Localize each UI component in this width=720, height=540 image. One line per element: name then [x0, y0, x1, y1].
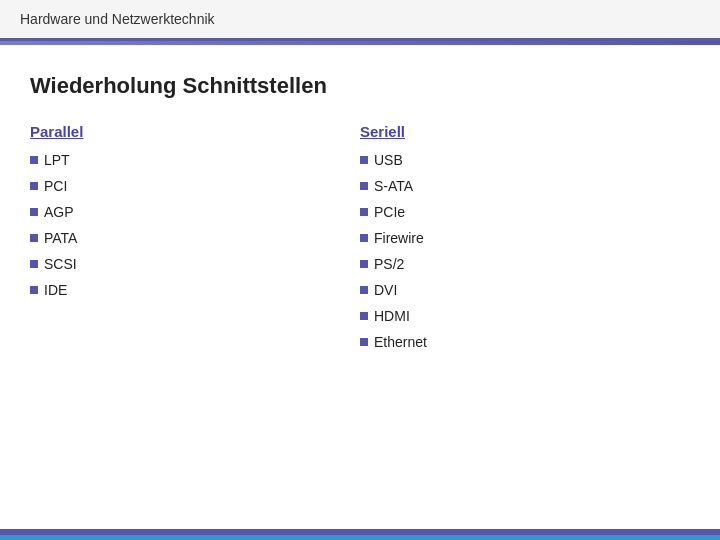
- bullet-icon: [360, 338, 368, 346]
- parallel-item-ide: IDE: [44, 282, 67, 298]
- header-title: Hardware und Netzwerktechnik: [20, 11, 215, 27]
- parallel-header: Parallel: [30, 123, 360, 140]
- page-title: Wiederholung Schnittstellen: [30, 73, 690, 99]
- parallel-item-lpt: LPT: [44, 152, 70, 168]
- parallel-column: Parallel LPT PCI AGP PATA SCSI: [30, 123, 360, 360]
- seriell-item-pcie: PCIe: [374, 204, 405, 220]
- list-item: PCIe: [360, 204, 690, 220]
- parallel-item-pci: PCI: [44, 178, 67, 194]
- list-item: PCI: [30, 178, 360, 194]
- seriell-item-ethernet: Ethernet: [374, 334, 427, 350]
- bullet-icon: [30, 260, 38, 268]
- seriell-item-usb: USB: [374, 152, 403, 168]
- list-item: LPT: [30, 152, 360, 168]
- seriell-item-dvi: DVI: [374, 282, 397, 298]
- seriell-header: Seriell: [360, 123, 690, 140]
- bullet-icon: [30, 208, 38, 216]
- bullet-icon: [360, 234, 368, 242]
- list-item: Firewire: [360, 230, 690, 246]
- list-item: IDE: [30, 282, 360, 298]
- parallel-item-agp: AGP: [44, 204, 74, 220]
- bottom-bar-blue: [0, 535, 720, 540]
- list-item: PATA: [30, 230, 360, 246]
- list-item: HDMI: [360, 308, 690, 324]
- bullet-icon: [30, 286, 38, 294]
- bottom-bars: [0, 529, 720, 540]
- list-item: SCSI: [30, 256, 360, 272]
- seriell-item-firewire: Firewire: [374, 230, 424, 246]
- seriell-column: Seriell USB S-ATA PCIe Firewire PS/2: [360, 123, 690, 360]
- seriell-item-ps2: PS/2: [374, 256, 404, 272]
- bullet-icon: [360, 286, 368, 294]
- bullet-icon: [360, 208, 368, 216]
- list-item: AGP: [30, 204, 360, 220]
- bullet-icon: [360, 312, 368, 320]
- bullet-icon: [30, 156, 38, 164]
- columns-container: Parallel LPT PCI AGP PATA SCSI: [30, 123, 690, 360]
- parallel-item-scsi: SCSI: [44, 256, 77, 272]
- header: Hardware und Netzwerktechnik: [0, 0, 720, 41]
- bullet-icon: [30, 234, 38, 242]
- bullet-icon: [30, 182, 38, 190]
- list-item: USB: [360, 152, 690, 168]
- parallel-item-pata: PATA: [44, 230, 77, 246]
- main-content: Wiederholung Schnittstellen Parallel LPT…: [0, 45, 720, 380]
- list-item: DVI: [360, 282, 690, 298]
- bullet-icon: [360, 182, 368, 190]
- bullet-icon: [360, 156, 368, 164]
- list-item: Ethernet: [360, 334, 690, 350]
- bullet-icon: [360, 260, 368, 268]
- list-item: PS/2: [360, 256, 690, 272]
- list-item: S-ATA: [360, 178, 690, 194]
- seriell-item-sata: S-ATA: [374, 178, 413, 194]
- seriell-item-hdmi: HDMI: [374, 308, 410, 324]
